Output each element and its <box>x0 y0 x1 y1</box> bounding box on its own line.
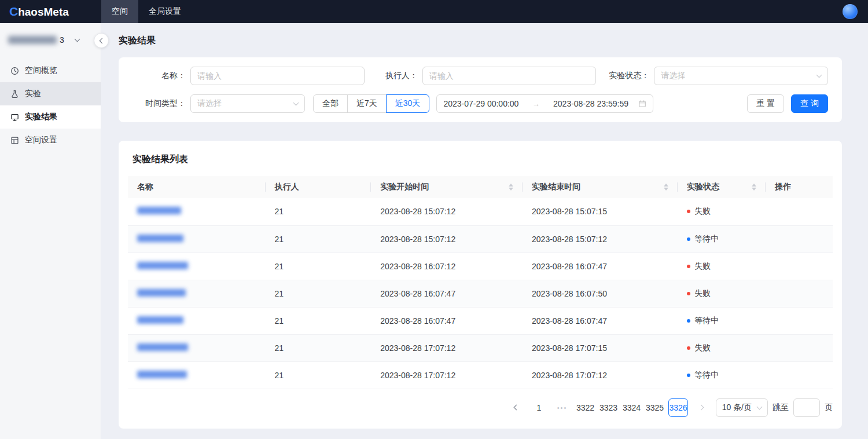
date-range-picker[interactable]: 2023-07-29 00:00:00 → 2023-08-28 23:59:5… <box>436 94 653 113</box>
workspace-selector[interactable]: 3 <box>0 23 101 57</box>
column-header-name: 名称 <box>128 176 266 198</box>
experiment-name-link[interactable] <box>137 235 183 242</box>
name-cell <box>128 280 266 307</box>
chevron-left-icon <box>99 38 105 43</box>
sidebar-item-experiment-results[interactable]: 实验结果 <box>0 105 101 129</box>
status-text: 失败 <box>694 261 711 272</box>
range-7days-button[interactable]: 近7天 <box>347 94 387 113</box>
name-cell <box>128 225 266 253</box>
experiment-name-link[interactable] <box>137 371 187 378</box>
time-type-placeholder: 请选择 <box>197 98 222 109</box>
top-tab-global-settings[interactable]: 全局设置 <box>138 0 192 23</box>
pagination-pages: 1•••33223323332433253326 <box>529 398 687 417</box>
status-text: 等待中 <box>694 234 719 244</box>
status-label: 实验状态： <box>596 71 654 81</box>
top-tab-space[interactable]: 空间 <box>101 0 138 23</box>
status-cell: 等待中 <box>678 361 766 389</box>
status-text: 失败 <box>694 343 711 353</box>
table-header-row: 名称 执行人 实验开始时间 实验结束时间 实验状态 操作 <box>128 176 833 198</box>
start-time-cell: 2023-08-28 16:07:47 <box>371 280 523 307</box>
sidebar-item-space-settings[interactable]: 空间设置 <box>0 129 101 152</box>
user-globe-icon[interactable] <box>843 4 858 19</box>
status-cell: 等待中 <box>678 225 766 253</box>
actions-cell <box>766 198 833 225</box>
actions-cell <box>766 225 833 253</box>
end-time-cell: 2023-08-28 16:07:47 <box>523 307 678 334</box>
start-time-cell: 2023-08-28 16:07:47 <box>371 307 523 334</box>
sort-icon[interactable] <box>752 184 756 191</box>
pagination-page-3325[interactable]: 3325 <box>645 398 664 417</box>
page-size-select[interactable]: 10 条/页 <box>716 398 768 417</box>
filter-actions: 重 置 查 询 <box>747 94 828 113</box>
status-text: 失败 <box>694 288 711 299</box>
range-all-button[interactable]: 全部 <box>313 94 348 113</box>
status-cell: 失败 <box>678 334 766 361</box>
table-title: 实验结果列表 <box>133 153 828 166</box>
experiment-name-link[interactable] <box>137 343 188 351</box>
jump-page-input[interactable] <box>793 398 820 417</box>
name-cell <box>128 334 266 361</box>
status-cell: 等待中 <box>678 307 766 334</box>
pagination-page-3322[interactable]: 3322 <box>576 398 594 417</box>
status-dot-icon <box>687 292 690 295</box>
top-tab-global-settings-label: 全局设置 <box>149 6 181 17</box>
column-header-actions: 操作 <box>766 176 833 198</box>
end-time-cell: 2023-08-28 15:07:12 <box>523 225 678 253</box>
pagination-page-3323[interactable]: 3323 <box>599 398 617 417</box>
logo-text: haosMeta <box>18 6 69 18</box>
main-layout: 3 空间概览 实验 实验结果 空间设置 实验结果 <box>0 23 868 439</box>
date-start-value: 2023-07-29 00:00:00 <box>443 99 518 108</box>
experiment-name-link[interactable] <box>137 289 186 297</box>
sidebar-item-space-overview[interactable]: 空间概览 <box>0 59 101 82</box>
page-jumper: 跳至 页 <box>773 398 833 417</box>
sidebar-item-experiments[interactable]: 实验 <box>0 82 101 105</box>
table-row: 21 2023-08-28 16:07:47 2023-08-28 16:07:… <box>128 307 833 334</box>
time-type-select[interactable]: 请选择 <box>190 94 305 113</box>
pagination-page-3326[interactable]: 3326 <box>668 398 687 417</box>
calendar-icon <box>638 100 646 108</box>
name-label: 名称： <box>133 71 190 81</box>
logo-c: C <box>9 5 18 18</box>
sidebar-collapse-button[interactable] <box>94 33 109 48</box>
sort-icon[interactable] <box>509 184 513 191</box>
sort-icon[interactable] <box>664 184 668 191</box>
experiment-name-link[interactable] <box>137 316 183 324</box>
name-cell <box>128 253 266 280</box>
table-row: 21 2023-08-28 16:07:47 2023-08-28 16:07:… <box>128 280 833 307</box>
experiment-status-select[interactable]: 请选择 <box>654 67 828 85</box>
status-cell: 失败 <box>678 198 766 225</box>
sidebar-menu: 空间概览 实验 实验结果 空间设置 <box>0 59 101 152</box>
name-input[interactable] <box>190 67 365 85</box>
pagination-page-3324[interactable]: 3324 <box>622 398 641 417</box>
experiment-name-link[interactable] <box>137 262 188 269</box>
jump-suffix-label: 页 <box>825 403 833 413</box>
range-30days-button[interactable]: 近30天 <box>386 94 430 113</box>
space-settings-icon <box>10 136 19 145</box>
end-time-cell: 2023-08-28 16:07:47 <box>523 253 678 280</box>
table-row: 21 2023-08-28 15:07:12 2023-08-28 15:07:… <box>128 198 833 225</box>
search-button[interactable]: 查 询 <box>791 94 828 113</box>
chevron-down-icon <box>757 404 763 409</box>
pagination-prev-button[interactable] <box>506 398 525 417</box>
executor-cell: 21 <box>266 198 372 225</box>
date-range-quick-buttons: 全部 近7天 近30天 <box>313 94 429 113</box>
content-area: 实验结果 名称： 执行人： 实验状态： 请选择 <box>101 23 868 439</box>
experiment-name-link[interactable] <box>137 207 181 214</box>
pagination-next-button[interactable] <box>693 398 711 417</box>
pagination-ellipsis[interactable]: ••• <box>553 398 571 417</box>
status-cell: 失败 <box>678 280 766 307</box>
status-dot-icon <box>687 237 690 241</box>
reset-button[interactable]: 重 置 <box>747 94 784 113</box>
executor-input[interactable] <box>422 67 597 85</box>
table-row: 21 2023-08-28 16:07:12 2023-08-28 16:07:… <box>128 253 833 280</box>
status-dot-icon <box>687 374 690 377</box>
chevron-right-icon <box>698 405 704 411</box>
time-type-label: 时间类型： <box>133 98 190 109</box>
pagination: 1•••33223323332433253326 10 条/页 跳至 页 <box>128 398 833 417</box>
table-row: 21 2023-08-28 17:07:12 2023-08-28 17:07:… <box>128 334 833 361</box>
jump-label: 跳至 <box>773 403 789 413</box>
sidebar-item-label: 实验 <box>25 89 41 99</box>
start-time-cell: 2023-08-28 17:07:12 <box>371 334 523 361</box>
end-time-cell: 2023-08-28 15:07:15 <box>523 198 678 225</box>
pagination-page-1[interactable]: 1 <box>529 398 548 417</box>
